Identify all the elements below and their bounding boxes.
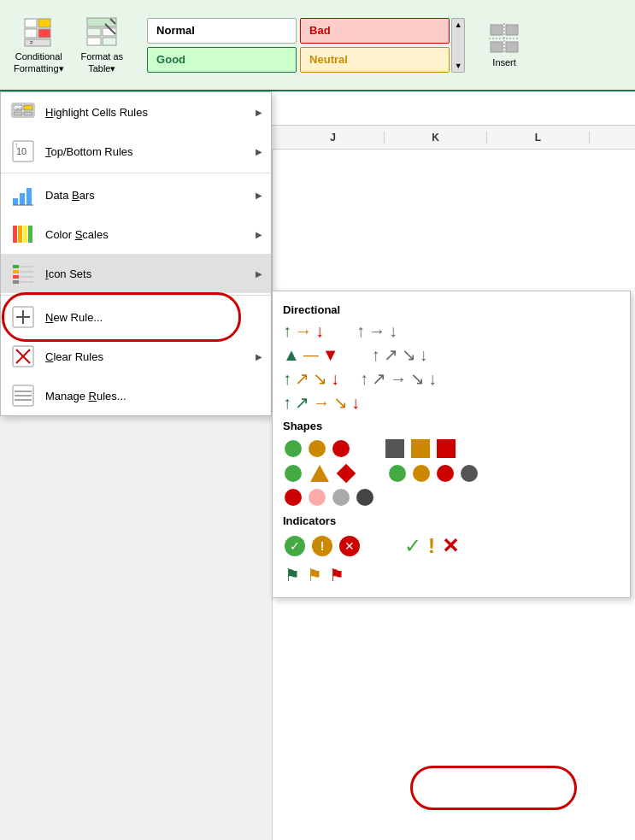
shapes-row-1[interactable] (283, 438, 620, 460)
svg-rect-33 (18, 226, 22, 243)
svg-rect-3 (38, 29, 50, 38)
svg-text:≠: ≠ (30, 39, 33, 45)
arrow-gray-ne-2: ↗ (384, 344, 398, 365)
directional-row-3[interactable]: ↑ ↗ ↘ ↓ ↑ ↗ → ↘ ↓ (283, 368, 620, 389)
svg-rect-23 (24, 112, 32, 115)
highlight-arrow: ▶ (256, 108, 262, 117)
highlight-underline: H (45, 106, 53, 119)
iconsets-submenu: Directional ↑ → ↓ ↑ → ↓ ▲ — ▼ ↑ ↗ ↘ ↓ ↑ … (272, 291, 631, 598)
colorscales-arrow: ▶ (256, 230, 262, 239)
swatch-neutral[interactable]: Neutral (300, 47, 450, 73)
databars-underline: B (72, 189, 79, 202)
x-red-circle: ✕ (339, 536, 360, 556)
triangle-green-up: ▲ (283, 345, 300, 365)
topbottom-icon: 10 ↑ (9, 138, 37, 165)
arrow-gray-se-3: ↘ (410, 368, 425, 389)
square-orange-1 (411, 439, 430, 458)
shapes-title: Shapes (283, 420, 620, 432)
iconsets-icon (9, 260, 37, 287)
arrow-red-down-1: ↓ (315, 321, 324, 341)
svg-rect-29 (20, 193, 25, 205)
arrow-gray-se-2: ↘ (402, 344, 416, 365)
arrow-gray-ne-3: ↗ (372, 368, 386, 389)
arrow-gray-up-2: ↑ (372, 345, 380, 365)
arrow-gray-down-1: ↓ (389, 321, 397, 341)
format-as-table-button[interactable]: Format as Table▾ (74, 12, 131, 77)
menu-item-managerules[interactable]: Manage Rules... (1, 376, 271, 415)
shapes-row-3[interactable] (283, 487, 620, 508)
swatch-normal[interactable]: Normal (147, 18, 297, 44)
cf-label: Conditional Formatting▾ (14, 51, 64, 73)
insert-icon (487, 21, 521, 56)
svg-rect-2 (38, 19, 50, 27)
svg-rect-30 (26, 188, 32, 205)
iconsets-label: Icon Sets (45, 267, 91, 280)
newrule-underline: N (45, 311, 53, 324)
svg-rect-16 (506, 42, 518, 52)
menu-item-colorscales[interactable]: Color Scales ▶ (1, 214, 271, 254)
menu-item-clearrules[interactable]: Clear Rules ▶ (1, 337, 271, 376)
topbottom-arrow: ▶ (256, 147, 262, 156)
circle-dark-4 (356, 489, 373, 506)
insert-label: Insert (492, 57, 516, 68)
highlight-label: Highlight Cells Rules (45, 106, 148, 119)
circle-green-3 (389, 465, 406, 482)
svg-rect-28 (13, 198, 18, 205)
conditional-formatting-menu: >= Highlight Cells Rules ▶ 10 ↑ Top/Bott… (0, 91, 272, 416)
triangle-orange (310, 465, 329, 482)
arrow-orange-se-3: ↘ (313, 368, 327, 389)
arrow-orange-right-1: → (295, 321, 312, 341)
directional-row-2[interactable]: ▲ — ▼ ↑ ↗ ↘ ↓ (283, 344, 620, 365)
check-green-flat: ✓ (404, 534, 421, 558)
fat-label: Format as Table▾ (81, 51, 124, 73)
col-header-k: K (385, 132, 487, 144)
directional-row-1[interactable]: ↑ → ↓ ↑ → ↓ (283, 321, 620, 341)
insert-button[interactable]: Insert (479, 18, 530, 72)
arrow-orange-right-4: → (313, 393, 330, 413)
indicators-row-2[interactable]: ⚑ ⚑ ⚑ (283, 563, 620, 587)
menu-item-iconsets[interactable]: Icon Sets ▶ (1, 254, 271, 293)
conditional-formatting-button[interactable]: ≠ Conditional Formatting▾ (7, 12, 71, 77)
divider-1 (1, 173, 271, 173)
dash-orange: — (303, 346, 319, 364)
swatch-row-2: Good Neutral (147, 47, 450, 73)
circle-orange-1 (309, 440, 326, 457)
swatch-row-1: Normal Bad (147, 18, 450, 44)
topbottom-label: Top/Bottom Rules (45, 145, 133, 158)
shapes-row-2[interactable] (283, 463, 620, 484)
menu-item-databars[interactable]: Data Bars ▶ (1, 175, 271, 214)
flag-red: ⚑ (329, 565, 344, 585)
swatch-bad[interactable]: Bad (300, 18, 450, 44)
triangle-red-down: ▼ (322, 345, 339, 365)
svg-rect-13 (491, 25, 503, 35)
excl-orange-circle: ! (312, 536, 332, 556)
menu-item-highlight[interactable]: >= Highlight Cells Rules ▶ (1, 92, 271, 132)
indicators-row-1[interactable]: ✓ ! ✕ ✓ ! ✕ (283, 532, 620, 560)
square-red-1 (437, 439, 456, 458)
arrow-gray-down-3: ↓ (428, 369, 437, 389)
clearrules-icon (9, 343, 37, 370)
col-header-l: L (487, 132, 590, 144)
menu-item-newrule[interactable]: New Rule... (1, 297, 271, 337)
conditional-formatting-icon: ≠ (21, 15, 56, 50)
managerules-label: Manage Rules... (45, 390, 126, 402)
menu-item-topbottom[interactable]: 10 ↑ Top/Bottom Rules ▶ (1, 132, 271, 171)
arrow-green-up-3: ↑ (283, 369, 291, 389)
directional-row-4[interactable]: ↑ ↗ → ↘ ↓ (283, 392, 620, 413)
arrow-gray-up-1: ↑ (356, 321, 365, 341)
swatch-scrollbar[interactable]: ▲ ▼ (451, 18, 465, 73)
indicators-title: Indicators (283, 514, 620, 527)
arrow-orange-ne-3: ↗ (295, 368, 309, 389)
diamond-red (337, 464, 356, 484)
divider-2 (1, 295, 271, 296)
swatch-good[interactable]: Good (147, 47, 297, 73)
arrow-gray-up-3: ↑ (360, 369, 368, 389)
colorscales-icon (9, 220, 37, 248)
arrow-orange-se-4: ↘ (333, 392, 348, 413)
svg-rect-42 (13, 275, 19, 279)
databars-icon (9, 181, 37, 209)
flag-green: ⚑ (285, 565, 300, 585)
directional-title: Directional (283, 303, 620, 316)
circle-red-4 (285, 489, 302, 506)
iconsets-underline: I (45, 267, 49, 280)
